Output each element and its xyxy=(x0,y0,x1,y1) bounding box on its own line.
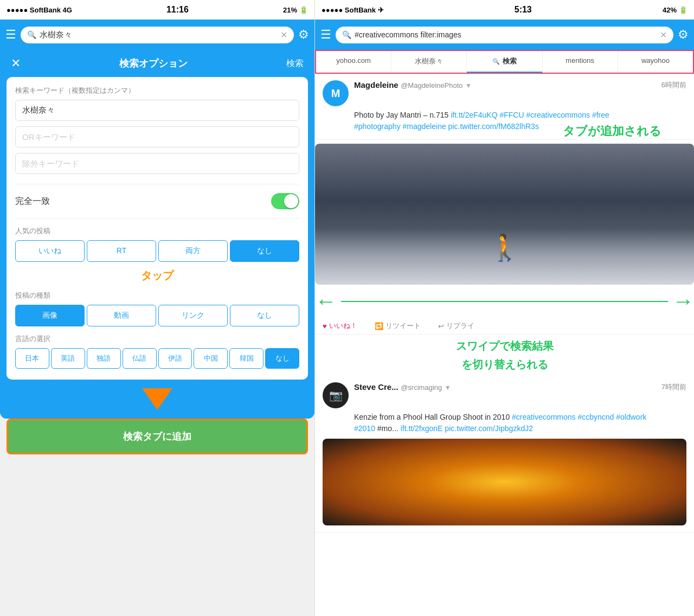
toggle-row: 完全一致 xyxy=(15,189,299,214)
tweet-meta-2: Steve Cre... @srcimaging ▼ xyxy=(354,382,656,392)
lang-btn-ko[interactable]: 韓国 xyxy=(229,348,264,369)
avatar-1: M xyxy=(323,80,349,106)
lang-btn-group: 日本 英語 独語 仏語 伊語 中国 韓国 なし xyxy=(15,348,299,369)
or-keyword-input[interactable] xyxy=(15,126,299,147)
arrow-right-icon: → xyxy=(672,289,694,313)
tab-mentions-label: mentions xyxy=(566,56,594,65)
retweet-button[interactable]: 🔁 リツイート xyxy=(375,321,421,331)
heart-icon: ♥ xyxy=(323,322,327,330)
tweet-link-1[interactable]: ift.tt/2eF4uKQ xyxy=(451,111,497,119)
tab-yohoo[interactable]: yohoo.com xyxy=(316,51,391,73)
exact-match-toggle[interactable] xyxy=(271,193,299,209)
tweet-body-2: Kenzie from a Phool Hall Group Shoot in … xyxy=(354,412,686,434)
tweet-link-pic-2[interactable]: pic.twitter.com/JipbgzkdJ2 xyxy=(445,424,533,433)
tweet-hashtag-photo[interactable]: #photography xyxy=(354,122,401,131)
tweet-handle-1: @MagdeleinePhoto xyxy=(401,81,462,89)
post-type-label: 投稿の種類 xyxy=(15,291,299,300)
hamburger-icon-right[interactable]: ☰ xyxy=(320,28,331,42)
tab-mizuki-label: 水樹奈々 xyxy=(415,57,443,65)
arrow-wrap xyxy=(0,388,314,410)
post-type-btn-link[interactable]: リンク xyxy=(158,305,228,326)
battery-left: 21% xyxy=(283,6,297,14)
search-bar-right: ☰ 🔍 #creativecommons filter:images ✕ ⚙ xyxy=(315,20,694,50)
person-silhouette: 🚶 xyxy=(489,233,521,263)
avatar-letter-1: M xyxy=(331,87,340,100)
tweet-hashtag-cc[interactable]: #creativecommons xyxy=(526,111,590,119)
search-button[interactable]: 検索 xyxy=(286,58,304,69)
close-button[interactable]: ✕ xyxy=(11,56,21,70)
lang-btn-ja[interactable]: 日本 xyxy=(15,348,49,369)
swipe-annotation-wrap: スワイプで検索結果 を切り替えられる xyxy=(315,335,694,376)
status-bar-left: ●●●●● SoftBank 4G 11:16 21% 🔋 xyxy=(0,0,314,20)
popular-btn-none[interactable]: なし xyxy=(230,240,299,262)
clear-icon-right[interactable]: ✕ xyxy=(660,30,667,40)
tweet-handle-2: @srcimaging xyxy=(401,383,442,392)
tweet-hashtag-ffcu[interactable]: #FFCU xyxy=(499,111,524,119)
exclude-keyword-input[interactable] xyxy=(15,153,299,174)
tweet-actions-1: ♥ いいね！ 🔁 リツイート ↩ リプライ xyxy=(315,318,694,335)
lang-btn-none[interactable]: なし xyxy=(265,348,299,369)
tweet-hashtag-ccby[interactable]: #ccbyncnd xyxy=(577,413,614,421)
avatar-cam-icon: 📷 xyxy=(329,389,343,402)
tab-mizuki[interactable]: 水樹奈々 xyxy=(391,51,467,73)
search-input-wrap-left: 🔍 ✕ xyxy=(21,27,294,43)
keyword-input[interactable] xyxy=(15,100,299,121)
tweet-hashtag-cc2[interactable]: #creativecommons xyxy=(512,413,576,421)
post-type-btn-image[interactable]: 画像 xyxy=(15,305,85,326)
filter-icon-left[interactable]: ⚙ xyxy=(298,28,309,42)
lang-btn-fr[interactable]: 仏語 xyxy=(123,348,157,369)
lang-btn-it[interactable]: 伊語 xyxy=(158,348,192,369)
tweet-hashtag-free[interactable]: #free xyxy=(592,111,609,119)
search-input-wrap-right: 🔍 #creativecommons filter:images ✕ xyxy=(336,27,673,43)
search-options-panel: ✕ 検索オプション 検索 検索キーワード（複数指定はカンマ） 完全一致 人気の投… xyxy=(0,50,314,419)
time-right: 5:13 xyxy=(515,5,532,15)
hamburger-icon-left[interactable]: ☰ xyxy=(5,28,16,42)
tweet-hashtag-2010[interactable]: #2010 xyxy=(354,424,375,433)
options-header: ✕ 検索オプション 検索 xyxy=(0,50,314,77)
dropdown-icon-2[interactable]: ▼ xyxy=(445,384,451,392)
search-icon-left: 🔍 xyxy=(27,30,36,39)
rock-image-bg xyxy=(315,144,694,285)
toggle-knob xyxy=(284,194,298,208)
tweet-time-2: 7時間前 xyxy=(661,382,686,392)
lang-label: 言語の選択 xyxy=(15,334,299,344)
icons-left: 21% 🔋 xyxy=(283,6,308,14)
popular-btn-rt[interactable]: RT xyxy=(87,240,156,262)
tab-search[interactable]: 🔍 検索 xyxy=(467,51,542,73)
tab-wayohoo[interactable]: wayohoo xyxy=(618,51,693,73)
add-tab-button[interactable]: 検索タブに追加 xyxy=(7,419,308,454)
tab-added-annotation: タブが追加される xyxy=(563,123,661,139)
lang-btn-en[interactable]: 英語 xyxy=(51,348,85,369)
post-type-btn-video[interactable]: 動画 xyxy=(87,305,156,326)
exact-match-label: 完全一致 xyxy=(15,196,50,207)
tab-mentions[interactable]: mentions xyxy=(543,51,618,73)
filter-icon-right[interactable]: ⚙ xyxy=(678,28,689,42)
lang-btn-zh[interactable]: 中国 xyxy=(194,348,228,369)
tabs-row: yohoo.com 水樹奈々 🔍 検索 mentions wayohoo xyxy=(315,50,694,74)
reply-button[interactable]: ↩ リプライ xyxy=(438,321,474,331)
post-type-btn-group: 画像 動画 リンク なし xyxy=(15,305,299,326)
swipe-annotation-2: を切り替えられる xyxy=(323,355,686,374)
popular-btn-iine[interactable]: いいね xyxy=(15,240,85,262)
tweet-meta-1: Magdeleine @MagdeleinePhoto ▼ xyxy=(354,80,656,90)
like-button[interactable]: ♥ いいね！ xyxy=(323,321,357,331)
avatar-2: 📷 xyxy=(323,382,349,408)
lang-btn-de[interactable]: 独語 xyxy=(87,348,121,369)
tweet-link-2[interactable]: ift.tt/2fxgonE xyxy=(401,424,443,433)
divider-2 xyxy=(15,218,299,219)
dropdown-icon-1[interactable]: ▼ xyxy=(465,82,472,89)
tweet-hashtag-old[interactable]: #oldwork xyxy=(616,413,646,421)
tweet-name-2: Steve Cre... xyxy=(354,382,399,392)
tweet-link-pic-1[interactable]: pic.twitter.com/fM682lhR3s xyxy=(448,122,539,131)
concert-bg xyxy=(323,439,686,525)
swipe-line xyxy=(341,301,668,302)
post-type-btn-none[interactable]: なし xyxy=(230,305,299,326)
swipe-arrows: ← → xyxy=(315,285,694,318)
tab-yohoo-label: yohoo.com xyxy=(336,56,371,65)
search-input-left[interactable] xyxy=(40,30,277,40)
popular-btn-both[interactable]: 両方 xyxy=(158,240,228,262)
reply-label: リプライ xyxy=(446,321,474,331)
arrow-down-icon xyxy=(142,388,172,410)
tweet-hashtag-mag[interactable]: #magdeleine xyxy=(403,122,446,131)
clear-icon-left[interactable]: ✕ xyxy=(280,30,287,40)
